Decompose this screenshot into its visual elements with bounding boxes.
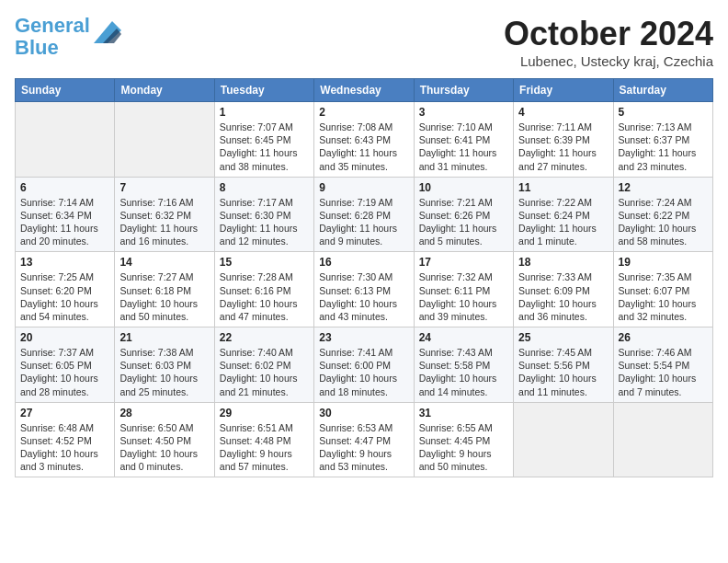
calendar-cell: 13Sunrise: 7:25 AM Sunset: 6:20 PM Dayli… <box>16 252 115 327</box>
day-number: 18 <box>518 256 608 269</box>
calendar-week-5: 27Sunrise: 6:48 AM Sunset: 4:52 PM Dayli… <box>16 402 713 477</box>
calendar-cell: 16Sunrise: 7:30 AM Sunset: 6:13 PM Dayli… <box>314 252 414 327</box>
calendar-week-1: 1Sunrise: 7:07 AM Sunset: 6:45 PM Daylig… <box>16 102 713 178</box>
day-number: 20 <box>20 331 109 344</box>
day-number: 3 <box>419 106 508 119</box>
day-number: 7 <box>119 181 209 194</box>
calendar-cell: 7Sunrise: 7:16 AM Sunset: 6:32 PM Daylig… <box>115 177 214 252</box>
day-info: Sunrise: 7:45 AM Sunset: 5:56 PM Dayligh… <box>518 346 608 398</box>
day-number: 23 <box>319 331 408 344</box>
day-number: 2 <box>319 106 408 119</box>
calendar-week-2: 6Sunrise: 7:14 AM Sunset: 6:34 PM Daylig… <box>16 177 713 252</box>
calendar-cell <box>115 102 214 178</box>
weekday-header-monday: Monday <box>115 79 214 102</box>
calendar-cell: 29Sunrise: 6:51 AM Sunset: 4:48 PM Dayli… <box>214 402 313 477</box>
day-info: Sunrise: 7:33 AM Sunset: 6:09 PM Dayligh… <box>518 270 608 323</box>
day-number: 17 <box>419 256 508 269</box>
calendar-week-4: 20Sunrise: 7:37 AM Sunset: 6:05 PM Dayli… <box>16 327 713 403</box>
weekday-header-thursday: Thursday <box>414 79 513 102</box>
calendar-cell: 25Sunrise: 7:45 AM Sunset: 5:56 PM Dayli… <box>514 327 613 403</box>
calendar-cell: 15Sunrise: 7:28 AM Sunset: 6:16 PM Dayli… <box>214 252 313 327</box>
day-info: Sunrise: 7:13 AM Sunset: 6:37 PM Dayligh… <box>619 121 708 173</box>
calendar-cell: 2Sunrise: 7:08 AM Sunset: 6:43 PM Daylig… <box>314 102 414 178</box>
calendar-cell: 4Sunrise: 7:11 AM Sunset: 6:39 PM Daylig… <box>514 102 613 178</box>
day-info: Sunrise: 7:38 AM Sunset: 6:03 PM Dayligh… <box>119 346 209 398</box>
calendar-cell: 3Sunrise: 7:10 AM Sunset: 6:41 PM Daylig… <box>414 102 513 178</box>
day-number: 11 <box>518 181 608 194</box>
calendar-cell: 28Sunrise: 6:50 AM Sunset: 4:50 PM Dayli… <box>115 402 214 477</box>
page-header: GeneralBlue October 2024 Lubenec, Usteck… <box>15 15 713 69</box>
calendar-week-3: 13Sunrise: 7:25 AM Sunset: 6:20 PM Dayli… <box>16 252 713 327</box>
day-info: Sunrise: 7:25 AM Sunset: 6:20 PM Dayligh… <box>20 270 109 323</box>
day-number: 27 <box>20 407 109 419</box>
calendar-body: 1Sunrise: 7:07 AM Sunset: 6:45 PM Daylig… <box>16 102 713 477</box>
day-info: Sunrise: 7:30 AM Sunset: 6:13 PM Dayligh… <box>319 270 408 323</box>
day-info: Sunrise: 7:24 AM Sunset: 6:22 PM Dayligh… <box>619 196 708 248</box>
logo-text: GeneralBlue <box>15 15 90 59</box>
calendar-cell: 19Sunrise: 7:35 AM Sunset: 6:07 PM Dayli… <box>613 252 712 327</box>
day-number: 13 <box>20 256 109 269</box>
logo: GeneralBlue <box>15 15 121 59</box>
day-info: Sunrise: 6:55 AM Sunset: 4:45 PM Dayligh… <box>419 421 508 474</box>
calendar-cell: 9Sunrise: 7:19 AM Sunset: 6:28 PM Daylig… <box>314 177 414 252</box>
day-number: 14 <box>119 256 209 269</box>
title-area: October 2024 Lubenec, Ustecky kraj, Czec… <box>504 15 713 69</box>
calendar-cell: 22Sunrise: 7:40 AM Sunset: 6:02 PM Dayli… <box>214 327 313 403</box>
day-info: Sunrise: 7:22 AM Sunset: 6:24 PM Dayligh… <box>518 196 608 248</box>
day-info: Sunrise: 6:53 AM Sunset: 4:47 PM Dayligh… <box>319 421 408 474</box>
calendar-cell: 17Sunrise: 7:32 AM Sunset: 6:11 PM Dayli… <box>414 252 513 327</box>
day-number: 15 <box>220 256 309 269</box>
day-number: 12 <box>619 181 708 194</box>
day-number: 5 <box>619 106 708 119</box>
calendar-cell: 20Sunrise: 7:37 AM Sunset: 6:05 PM Dayli… <box>16 327 115 403</box>
day-number: 9 <box>319 181 408 194</box>
calendar-cell: 1Sunrise: 7:07 AM Sunset: 6:45 PM Daylig… <box>214 102 313 178</box>
weekday-header-tuesday: Tuesday <box>214 79 313 102</box>
calendar-cell: 24Sunrise: 7:43 AM Sunset: 5:58 PM Dayli… <box>414 327 513 403</box>
weekday-header-saturday: Saturday <box>613 79 712 102</box>
day-number: 21 <box>119 331 209 344</box>
calendar-cell: 8Sunrise: 7:17 AM Sunset: 6:30 PM Daylig… <box>214 177 313 252</box>
day-number: 26 <box>619 331 708 344</box>
calendar-cell: 5Sunrise: 7:13 AM Sunset: 6:37 PM Daylig… <box>613 102 712 178</box>
day-info: Sunrise: 7:28 AM Sunset: 6:16 PM Dayligh… <box>220 270 309 323</box>
calendar-cell: 14Sunrise: 7:27 AM Sunset: 6:18 PM Dayli… <box>115 252 214 327</box>
calendar-cell: 11Sunrise: 7:22 AM Sunset: 6:24 PM Dayli… <box>514 177 613 252</box>
day-number: 22 <box>220 331 309 344</box>
calendar-cell: 30Sunrise: 6:53 AM Sunset: 4:47 PM Dayli… <box>314 402 414 477</box>
weekday-header-friday: Friday <box>514 79 613 102</box>
day-info: Sunrise: 7:41 AM Sunset: 6:00 PM Dayligh… <box>319 346 408 398</box>
day-number: 29 <box>220 407 309 419</box>
calendar-cell: 26Sunrise: 7:46 AM Sunset: 5:54 PM Dayli… <box>613 327 712 403</box>
day-info: Sunrise: 6:48 AM Sunset: 4:52 PM Dayligh… <box>20 421 109 474</box>
calendar-cell <box>514 402 613 477</box>
calendar-cell: 10Sunrise: 7:21 AM Sunset: 6:26 PM Dayli… <box>414 177 513 252</box>
day-number: 19 <box>619 256 708 269</box>
day-info: Sunrise: 7:10 AM Sunset: 6:41 PM Dayligh… <box>419 121 508 173</box>
day-info: Sunrise: 7:11 AM Sunset: 6:39 PM Dayligh… <box>518 121 608 173</box>
calendar-cell: 31Sunrise: 6:55 AM Sunset: 4:45 PM Dayli… <box>414 402 513 477</box>
weekday-header-sunday: Sunday <box>16 79 115 102</box>
day-number: 25 <box>518 331 608 344</box>
calendar-header-row: SundayMondayTuesdayWednesdayThursdayFrid… <box>16 79 713 102</box>
calendar-table: SundayMondayTuesdayWednesdayThursdayFrid… <box>15 78 713 477</box>
calendar-cell: 21Sunrise: 7:38 AM Sunset: 6:03 PM Dayli… <box>115 327 214 403</box>
location-subtitle: Lubenec, Ustecky kraj, Czechia <box>504 53 713 69</box>
calendar-cell: 18Sunrise: 7:33 AM Sunset: 6:09 PM Dayli… <box>514 252 613 327</box>
day-number: 10 <box>419 181 508 194</box>
day-info: Sunrise: 7:32 AM Sunset: 6:11 PM Dayligh… <box>419 270 508 323</box>
day-number: 8 <box>220 181 309 194</box>
day-info: Sunrise: 7:21 AM Sunset: 6:26 PM Dayligh… <box>419 196 508 248</box>
calendar-cell: 27Sunrise: 6:48 AM Sunset: 4:52 PM Dayli… <box>16 402 115 477</box>
day-info: Sunrise: 7:14 AM Sunset: 6:34 PM Dayligh… <box>20 196 109 248</box>
day-info: Sunrise: 7:40 AM Sunset: 6:02 PM Dayligh… <box>220 346 309 398</box>
day-number: 4 <box>518 106 608 119</box>
day-info: Sunrise: 7:16 AM Sunset: 6:32 PM Dayligh… <box>119 196 209 248</box>
day-number: 28 <box>119 407 209 419</box>
day-info: Sunrise: 7:17 AM Sunset: 6:30 PM Dayligh… <box>220 196 309 248</box>
day-info: Sunrise: 6:51 AM Sunset: 4:48 PM Dayligh… <box>220 421 309 474</box>
day-number: 16 <box>319 256 408 269</box>
day-info: Sunrise: 7:35 AM Sunset: 6:07 PM Dayligh… <box>619 270 708 323</box>
day-info: Sunrise: 7:27 AM Sunset: 6:18 PM Dayligh… <box>119 270 209 323</box>
calendar-cell <box>613 402 712 477</box>
